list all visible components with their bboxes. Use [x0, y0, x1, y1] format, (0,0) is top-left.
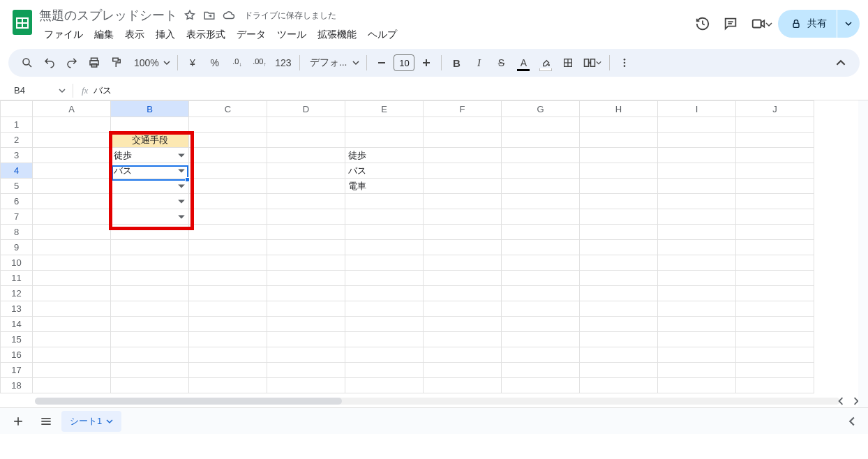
row-header-13[interactable]: 13: [1, 301, 33, 317]
spreadsheet-grid[interactable]: A B C D E F G H I J 1 2交通手段 3徒歩徒歩 4バスバス …: [0, 100, 814, 393]
cell-B5[interactable]: [111, 179, 189, 194]
save-status: ドライブに保存しました: [244, 10, 336, 22]
svg-point-25: [624, 65, 626, 67]
row-header-8[interactable]: 8: [1, 225, 33, 240]
doc-title[interactable]: 無題のスプレッドシート: [39, 7, 177, 24]
sheets-logo[interactable]: [8, 6, 36, 39]
zoom-select[interactable]: 100%: [128, 57, 173, 68]
decrease-decimals-button[interactable]: .0↓: [227, 52, 248, 73]
select-all-corner[interactable]: [1, 101, 33, 117]
col-header-H[interactable]: H: [580, 101, 658, 117]
history-icon[interactable]: [694, 15, 711, 32]
formula-bar[interactable]: バス: [93, 84, 112, 97]
cloud-saved-icon[interactable]: [222, 8, 236, 22]
decrease-fontsize-button[interactable]: [371, 52, 392, 73]
col-header-G[interactable]: G: [502, 101, 580, 117]
row-header-11[interactable]: 11: [1, 271, 33, 286]
row-header-17[interactable]: 17: [1, 363, 33, 378]
redo-icon[interactable]: [61, 52, 82, 73]
cell-B2[interactable]: 交通手段: [111, 133, 189, 148]
dropdown-arrow-icon[interactable]: [177, 167, 186, 175]
explore-collapse-icon[interactable]: [841, 411, 862, 432]
undo-icon[interactable]: [39, 52, 60, 73]
cell-B4[interactable]: バス: [111, 163, 189, 179]
search-icon[interactable]: [17, 52, 38, 73]
cell-B3[interactable]: 徒歩: [111, 148, 189, 163]
row-header-2[interactable]: 2: [1, 133, 33, 148]
meet-icon[interactable]: [750, 15, 767, 32]
row-header-3[interactable]: 3: [1, 148, 33, 163]
col-header-A[interactable]: A: [33, 101, 111, 117]
col-header-E[interactable]: E: [345, 101, 424, 117]
row-header-7[interactable]: 7: [1, 209, 33, 225]
menu-file[interactable]: ファイル: [39, 26, 88, 44]
row-header-5[interactable]: 5: [1, 179, 33, 194]
increase-decimals-button[interactable]: .00↑: [249, 52, 270, 73]
collapse-toolbar-icon[interactable]: [830, 52, 851, 73]
row-header-9[interactable]: 9: [1, 240, 33, 255]
dropdown-arrow-icon[interactable]: [177, 213, 186, 221]
increase-fontsize-button[interactable]: [416, 52, 437, 73]
horizontal-scrollbar[interactable]: [35, 398, 840, 405]
merge-cells-button[interactable]: [580, 52, 605, 73]
dropdown-arrow-icon[interactable]: [177, 197, 186, 206]
cell-B7[interactable]: [111, 209, 189, 225]
number-format-button[interactable]: 123: [271, 52, 295, 73]
fontsize-input[interactable]: 10: [394, 54, 414, 71]
col-header-I[interactable]: I: [658, 101, 736, 117]
print-icon[interactable]: [84, 52, 105, 73]
row-header-1[interactable]: 1: [1, 117, 33, 133]
dropdown-arrow-icon[interactable]: [177, 151, 186, 160]
share-dropdown[interactable]: [837, 10, 860, 38]
text-color-button[interactable]: A: [513, 52, 534, 73]
borders-button[interactable]: [558, 52, 578, 73]
cell-E5[interactable]: 電車: [345, 179, 424, 194]
add-sheet-button[interactable]: [6, 411, 31, 432]
cell-E3[interactable]: 徒歩: [345, 148, 424, 163]
vertical-scrollbar[interactable]: [858, 100, 868, 407]
bold-button[interactable]: B: [446, 52, 467, 73]
strikethrough-button[interactable]: S: [491, 52, 511, 73]
menu-view[interactable]: 表示: [120, 26, 149, 44]
currency-button[interactable]: ¥: [182, 52, 203, 73]
menu-extensions[interactable]: 拡張機能: [313, 26, 361, 44]
menu-help[interactable]: ヘルプ: [363, 26, 402, 44]
sheet-tab-1[interactable]: シート1: [61, 411, 121, 432]
lock-icon: [791, 18, 802, 29]
row-header-12[interactable]: 12: [1, 286, 33, 301]
row-header-4[interactable]: 4: [1, 163, 33, 179]
cell-E4[interactable]: バス: [345, 163, 424, 179]
font-select[interactable]: デフォ...: [304, 57, 363, 69]
col-header-J[interactable]: J: [736, 101, 814, 117]
col-header-B[interactable]: B: [111, 101, 189, 117]
italic-button[interactable]: I: [468, 52, 489, 73]
fill-color-button[interactable]: [535, 52, 556, 73]
move-folder-icon[interactable]: [202, 8, 216, 22]
menu-tools[interactable]: ツール: [272, 26, 311, 44]
col-header-F[interactable]: F: [424, 101, 502, 117]
menu-data[interactable]: データ: [232, 26, 271, 44]
scroll-left-icon[interactable]: [835, 395, 847, 407]
row-header-14[interactable]: 14: [1, 317, 33, 332]
row-header-18[interactable]: 18: [1, 378, 33, 393]
name-box[interactable]: B4: [7, 85, 70, 96]
menu-format[interactable]: 表示形式: [181, 26, 230, 44]
dropdown-arrow-icon[interactable]: [177, 182, 186, 190]
percent-button[interactable]: %: [204, 52, 225, 73]
row-header-15[interactable]: 15: [1, 332, 33, 347]
row-header-16[interactable]: 16: [1, 347, 33, 363]
col-header-C[interactable]: C: [189, 101, 267, 117]
cell-B6[interactable]: [111, 194, 189, 209]
menu-edit[interactable]: 編集: [89, 26, 119, 44]
share-button[interactable]: 共有: [778, 10, 837, 38]
row-header-10[interactable]: 10: [1, 255, 33, 271]
menu-insert[interactable]: 挿入: [151, 26, 180, 44]
paint-format-icon[interactable]: [106, 52, 127, 73]
all-sheets-button[interactable]: [33, 411, 59, 432]
comments-icon[interactable]: [722, 15, 739, 32]
star-icon[interactable]: [183, 8, 197, 22]
col-header-D[interactable]: D: [267, 101, 345, 117]
row-header-6[interactable]: 6: [1, 194, 33, 209]
svg-point-23: [624, 59, 626, 61]
more-icon[interactable]: [614, 52, 635, 73]
